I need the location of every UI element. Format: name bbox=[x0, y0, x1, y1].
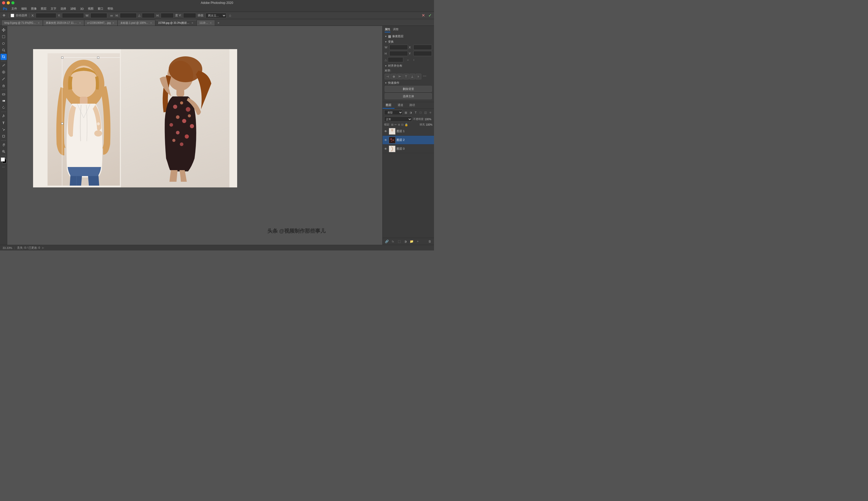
tab-adjustments[interactable]: 调整 bbox=[393, 28, 399, 32]
layer-vis-0[interactable]: 👁 bbox=[384, 129, 388, 134]
canvas-area[interactable]: ⊕ 头条 @视频制作那些事儿 bbox=[7, 26, 382, 245]
link-icon[interactable]: ∞ bbox=[109, 13, 114, 18]
tab-1[interactable]: 屏幕快照 2020-04-17 11.06.42.png ✕ bbox=[43, 20, 84, 25]
maximize-button[interactable] bbox=[11, 1, 14, 4]
tab-close-3[interactable]: ✕ bbox=[150, 22, 152, 24]
stamp-tool[interactable] bbox=[1, 83, 7, 89]
interpolation-select[interactable]: 两次立... 两次线性 最邻近 bbox=[206, 13, 226, 18]
h2-input[interactable]: 0.00 bbox=[161, 13, 174, 18]
menu-view[interactable]: 视图 bbox=[86, 6, 95, 11]
lock-paint-icon[interactable]: ✏ bbox=[395, 123, 397, 126]
opacity-value[interactable]: 100% bbox=[425, 118, 432, 121]
tab-4[interactable]: 15788.jpg @ 33.3%(图层 2, RGB/8) * ✕ bbox=[155, 20, 197, 25]
menu-ps-icon[interactable]: Ps bbox=[1, 6, 9, 11]
pixel-layer-arrow[interactable]: ▼ bbox=[385, 35, 387, 38]
brush-tool[interactable] bbox=[1, 76, 7, 82]
align-top-btn[interactable]: ⊤ bbox=[403, 74, 409, 79]
align-center-h-btn[interactable]: ⊜ bbox=[391, 74, 397, 79]
layer-link-btn[interactable]: 🔗 bbox=[384, 239, 389, 244]
filter-toggle[interactable]: ● bbox=[428, 110, 432, 115]
filter-type-select[interactable]: 类型 bbox=[384, 110, 403, 115]
y-input[interactable]: 2032.50 像素 bbox=[62, 13, 84, 18]
lock-transparent-icon[interactable]: ⊠ bbox=[391, 123, 394, 126]
transform-w-input[interactable]: 1922 像素 bbox=[389, 45, 408, 50]
align-more-btn[interactable]: ··· bbox=[422, 74, 427, 79]
menu-edit[interactable]: 编辑 bbox=[19, 6, 29, 11]
menu-text[interactable]: 文字 bbox=[49, 6, 58, 11]
layer-item-0[interactable]: 👁 图层 1 bbox=[383, 127, 434, 136]
align-arrow[interactable]: ▼ bbox=[385, 65, 387, 67]
new-layer-btn[interactable]: + bbox=[415, 239, 420, 244]
tab-close-2[interactable]: ✕ bbox=[112, 22, 115, 24]
hand-tool[interactable] bbox=[1, 142, 7, 148]
extras-btn[interactable]: … bbox=[2, 165, 5, 168]
marquee-tool[interactable] bbox=[1, 34, 7, 40]
tab-close-1[interactable]: ✕ bbox=[79, 22, 81, 24]
h-input[interactable]: 100.00% bbox=[120, 13, 137, 18]
align-left-btn[interactable]: ⊣ bbox=[385, 74, 390, 79]
cancel-transform-btn[interactable]: ✕ bbox=[420, 13, 426, 18]
transform-angle-input[interactable]: 0.00° bbox=[388, 57, 403, 62]
text-tool[interactable]: T bbox=[1, 120, 7, 126]
new-fill-layer-btn[interactable]: ◑ bbox=[403, 239, 408, 244]
remove-bg-btn[interactable]: 删除背景 bbox=[385, 86, 432, 92]
blend-mode-select[interactable]: 正常 溶解 正片叠底 bbox=[384, 117, 412, 122]
layer-item-1[interactable]: 👁 图层 2 bbox=[383, 136, 434, 145]
layers-tab-paths[interactable]: 路径 bbox=[406, 102, 418, 109]
tab-properties[interactable]: 属性 bbox=[385, 28, 390, 32]
x-input[interactable]: 1510.00 像素 bbox=[36, 13, 56, 18]
path-select-tool[interactable] bbox=[1, 126, 7, 132]
layer-mask-btn[interactable]: ⬚ bbox=[397, 239, 402, 244]
v-input[interactable]: 0.00 bbox=[183, 13, 196, 18]
tab-3[interactable]: 未标题-1.psd @ 100%... ✕ bbox=[118, 20, 155, 25]
layers-tab-channels[interactable]: 通道 bbox=[395, 102, 406, 109]
flip-h-btn[interactable]: ↔ bbox=[405, 57, 410, 62]
qa-arrow[interactable]: ▼ bbox=[385, 82, 387, 84]
align-right-btn[interactable]: ⊢ bbox=[397, 74, 403, 79]
pen-tool[interactable] bbox=[1, 113, 7, 119]
tab-5[interactable]: 1119:... ✕ bbox=[197, 20, 215, 25]
lasso-tool[interactable] bbox=[1, 40, 7, 46]
transform-arrow[interactable]: ▼ bbox=[385, 41, 387, 43]
menu-window[interactable]: 窗口 bbox=[96, 6, 105, 11]
filter-smartobj-icon[interactable]: ◫ bbox=[424, 110, 428, 115]
menu-3d[interactable]: 3D bbox=[78, 7, 86, 11]
eyedropper-tool[interactable] bbox=[1, 62, 7, 68]
menu-select[interactable]: 选择 bbox=[59, 6, 68, 11]
menu-layer[interactable]: 图层 bbox=[39, 6, 48, 11]
transform-y-input[interactable]: 340 像素 bbox=[413, 51, 432, 56]
auto-select-checkbox[interactable] bbox=[11, 14, 14, 17]
lock-position-icon[interactable]: ⊕ bbox=[398, 123, 400, 126]
tab-close-4[interactable]: ✕ bbox=[191, 22, 194, 24]
angle-input[interactable]: 0.00 bbox=[142, 13, 155, 18]
crop-tool[interactable] bbox=[1, 54, 7, 60]
lock-all-icon[interactable]: 🔒 bbox=[405, 123, 408, 126]
shape-tool[interactable] bbox=[1, 133, 7, 139]
align-bottom-btn[interactable]: ⊦ bbox=[416, 74, 421, 79]
layer-vis-1[interactable]: 👁 bbox=[384, 138, 388, 142]
dodge-tool[interactable] bbox=[1, 105, 7, 111]
tab-0[interactable]: timg-9.jpeg @ 71.6%(RGB/... ✕ bbox=[2, 20, 43, 25]
filter-shape-icon[interactable]: □ bbox=[418, 110, 422, 115]
fill-value[interactable]: 100% bbox=[426, 123, 432, 126]
commit-transform-btn[interactable]: ✓ bbox=[427, 13, 432, 18]
eraser-tool[interactable] bbox=[1, 91, 7, 97]
menu-help[interactable]: 帮助 bbox=[106, 6, 115, 11]
tabs-more-button[interactable]: » bbox=[216, 20, 221, 25]
menu-image[interactable]: 图像 bbox=[29, 6, 39, 11]
move-tool[interactable] bbox=[1, 27, 7, 33]
heal-tool[interactable] bbox=[1, 69, 7, 75]
foreground-color[interactable] bbox=[1, 158, 7, 163]
select-subject-btn[interactable]: 选择主体 bbox=[385, 93, 432, 99]
transform-h-input[interactable]: 3385 像素 bbox=[389, 51, 408, 56]
gradient-tool[interactable] bbox=[1, 98, 7, 104]
lock-artboard-icon[interactable]: ⊟ bbox=[401, 123, 404, 126]
transform-x-input[interactable]: 549 像素 bbox=[413, 45, 432, 50]
close-button[interactable] bbox=[2, 1, 5, 4]
layer-vis-2[interactable]: 👁 bbox=[384, 147, 388, 151]
quick-select-tool[interactable] bbox=[1, 47, 7, 53]
w-input[interactable]: 100.00% bbox=[90, 13, 107, 18]
filter-text-icon[interactable]: T bbox=[414, 110, 418, 115]
menu-file[interactable]: 文件 bbox=[10, 6, 19, 11]
align-center-v-btn[interactable]: ⊥ bbox=[409, 74, 415, 79]
